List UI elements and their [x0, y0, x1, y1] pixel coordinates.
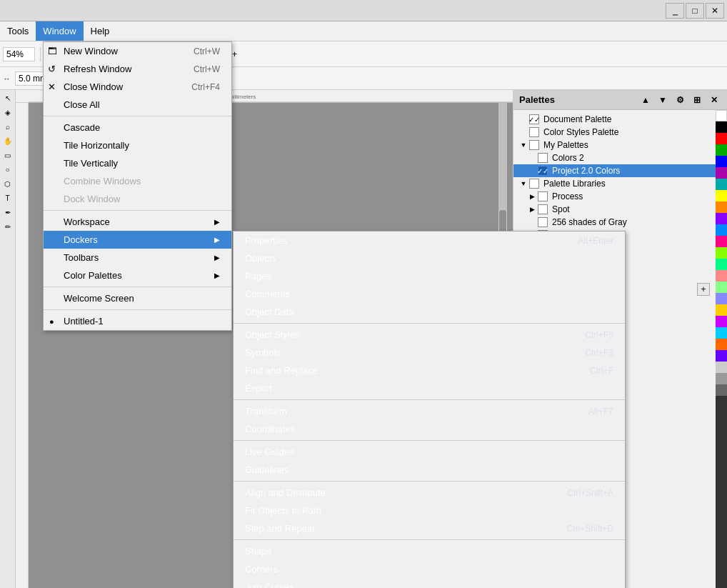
tool-pencil[interactable]: ✏ [1, 220, 14, 233]
palette-colors2[interactable]: Colors 2 [513, 151, 716, 164]
color-pink[interactable] [716, 236, 727, 247]
palette-256gray[interactable]: 256 shades of Gray [513, 216, 716, 229]
submenu-symbols[interactable]: Symbols Ctrl+F3 [234, 344, 625, 362]
color-cyan[interactable] [716, 179, 727, 190]
color-violet[interactable] [716, 316, 727, 327]
color-white[interactable] [716, 110, 727, 121]
palette-document[interactable]: ✓ Document Palette [513, 113, 716, 126]
zoom-input[interactable] [3, 47, 35, 61]
menu-item-workspace[interactable]: Workspace ▶ [44, 213, 231, 231]
color-purple[interactable] [716, 213, 727, 224]
color-red[interactable] [716, 133, 727, 144]
palette-libraries[interactable]: ▼ Palette Libraries [513, 177, 716, 190]
submenu-guidelines[interactable]: Guidelines [234, 461, 625, 479]
tool-pen[interactable]: ✒ [1, 206, 14, 219]
color-orange[interactable] [716, 201, 727, 213]
submenu-align[interactable]: Align and Distribute Ctrl+Shift+A [234, 484, 625, 502]
submenu-objects[interactable]: Objects [234, 249, 625, 267]
palette-check[interactable] [538, 204, 548, 214]
close-button[interactable]: ✕ [706, 3, 724, 19]
color-darkorange[interactable] [716, 339, 727, 350]
color-yellow[interactable] [716, 190, 727, 201]
submenu-objectdata[interactable]: Object Data [234, 303, 625, 321]
menu-item-tile-h[interactable]: Tile Horizontally [44, 136, 231, 154]
palette-check[interactable]: ✓ [538, 166, 548, 176]
color-black[interactable] [716, 121, 727, 133]
submenu-steprepeat[interactable]: Step and Repeat Ctrl+Shift+D [234, 519, 625, 537]
color-nearblack[interactable] [716, 396, 727, 588]
palette-check[interactable] [529, 179, 539, 189]
color-gold[interactable] [716, 304, 727, 316]
tool-select[interactable]: ↖ [1, 91, 14, 104]
palette-check[interactable] [538, 217, 548, 227]
menu-item-new-window[interactable]: 🗔 New Window Ctrl+W [44, 42, 231, 60]
color-lightblue[interactable] [716, 224, 727, 236]
color-lavender[interactable] [716, 293, 727, 304]
tool-rect[interactable]: ▭ [1, 149, 14, 161]
tool-pan[interactable]: ✋ [1, 134, 14, 147]
tool-polygon[interactable]: ⬡ [1, 177, 14, 190]
palettes-close-button[interactable]: ✕ [707, 93, 721, 107]
menu-help[interactable]: Help [84, 21, 117, 41]
submenu-shape[interactable]: Shape [234, 542, 625, 560]
submenu-export[interactable]: Export [234, 379, 625, 397]
palette-check[interactable] [529, 140, 539, 150]
expand-icon[interactable]: ▶ [528, 205, 536, 214]
color-lightred[interactable] [716, 270, 727, 281]
submenu-liveguides[interactable]: Live Guides [234, 443, 625, 461]
submenu-properties[interactable]: Properties Alt+Enter [234, 231, 625, 249]
submenu-transform[interactable]: Transform Alt+F7 [234, 402, 625, 420]
color-mint[interactable] [716, 259, 727, 270]
submenu-comments[interactable]: Comments [234, 285, 625, 303]
minimize-button[interactable]: ⎯ [666, 3, 684, 19]
menu-item-colorpalettes[interactable]: Color Palettes ▶ [44, 266, 231, 284]
palette-check[interactable] [538, 153, 548, 163]
menu-item-refresh-window[interactable]: ↺ Refresh Window Ctrl+W [44, 60, 231, 78]
palette-spot[interactable]: ▶ Spot [513, 203, 716, 216]
color-magenta[interactable] [716, 167, 727, 179]
palette-check[interactable] [529, 127, 539, 137]
color-lightgray[interactable] [716, 362, 727, 373]
palettes-grid-button[interactable]: ⊞ [690, 93, 704, 107]
menu-item-close-window[interactable]: ✕ Close Window Ctrl+F4 [44, 78, 231, 96]
menu-item-close-all[interactable]: Close All [44, 96, 231, 114]
palette-project20[interactable]: ✓ Project 2.0 Colors [513, 164, 716, 177]
menu-item-toolbars[interactable]: Toolbars ▶ [44, 249, 231, 266]
color-green[interactable] [716, 144, 727, 156]
submenu-coordinates[interactable]: Coordinates [234, 420, 625, 438]
palettes-up-button[interactable]: ▲ [638, 93, 653, 107]
expand-icon[interactable]: ▶ [528, 192, 536, 201]
submenu-objectstyles[interactable]: Object Styles Ctrl+F5 [234, 326, 625, 344]
submenu-pages[interactable]: Pages [234, 267, 625, 285]
menu-item-welcomescreen[interactable]: Welcome Screen [44, 289, 231, 307]
menu-item-dockers[interactable]: Dockers ▶ Properties Alt+Enter Objects P… [44, 231, 231, 249]
palette-check[interactable] [538, 191, 548, 201]
expand-icon[interactable]: ▼ [519, 141, 528, 149]
tool-ellipse[interactable]: ○ [1, 163, 14, 176]
menu-window[interactable]: Window [36, 21, 83, 41]
expand-icon[interactable]: ▼ [519, 179, 528, 188]
color-lightgreen[interactable] [716, 281, 727, 293]
menu-tools[interactable]: Tools [0, 21, 36, 41]
submenu-corners[interactable]: Corners [234, 560, 625, 578]
color-darkgray[interactable] [716, 384, 727, 396]
color-sky[interactable] [716, 327, 727, 339]
menu-item-tile-v[interactable]: Tile Vertically [44, 154, 231, 172]
tool-zoom[interactable]: ⌕ [1, 120, 14, 133]
submenu-fitobjects[interactable]: Fit Objects to Path [234, 502, 625, 519]
tool-node[interactable]: ◈ [1, 106, 14, 119]
submenu-findreplace[interactable]: Find and Replace Ctrl+F [234, 362, 625, 379]
menu-item-cascade[interactable]: Cascade [44, 119, 231, 136]
color-lime[interactable] [716, 247, 727, 259]
color-indigo[interactable] [716, 350, 727, 362]
palette-process[interactable]: ▶ Process [513, 190, 716, 203]
tool-text[interactable]: T [1, 191, 14, 204]
palettes-settings-button[interactable]: ⚙ [673, 93, 687, 107]
palette-check[interactable]: ✓ [529, 114, 539, 124]
color-blue[interactable] [716, 156, 727, 167]
palettes-down-button[interactable]: ▼ [656, 93, 670, 107]
maximize-button[interactable]: □ [686, 3, 704, 19]
add-palette-button[interactable]: + [697, 283, 710, 296]
palette-mypalettes[interactable]: ▼ My Palettes [513, 139, 716, 151]
color-gray[interactable] [716, 373, 727, 384]
